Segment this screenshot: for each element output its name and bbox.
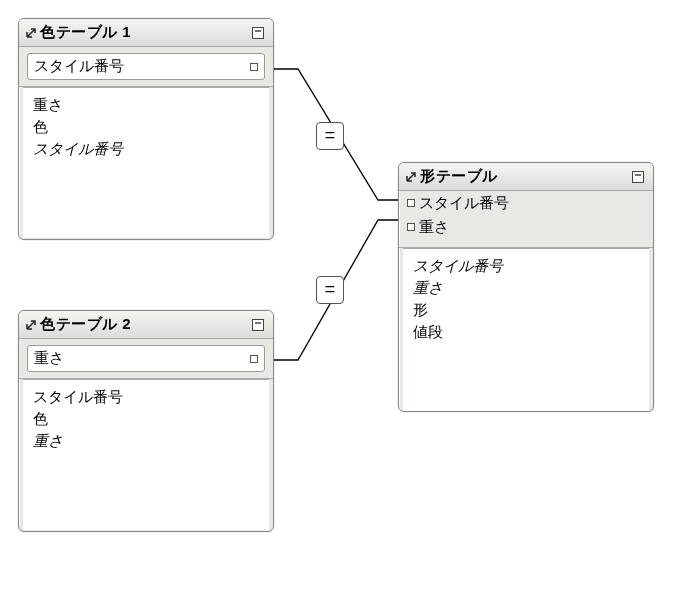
panel-titlebar[interactable]: 色テーブル 1 bbox=[19, 19, 273, 47]
divider bbox=[399, 239, 653, 248]
field-item[interactable]: 重さ bbox=[33, 94, 259, 116]
panel-title: 形テーブル bbox=[420, 167, 498, 186]
relationship-operator-1[interactable]: = bbox=[316, 122, 344, 150]
panel-title: 色テーブル 2 bbox=[40, 315, 131, 334]
field-label: 色 bbox=[33, 118, 48, 135]
operator-label: = bbox=[325, 280, 336, 300]
collapse-icon[interactable] bbox=[251, 26, 265, 40]
field-item[interactable]: スタイル番号 bbox=[33, 138, 259, 160]
field-label: スタイル番号 bbox=[33, 140, 123, 157]
panel-title: 色テーブル 1 bbox=[40, 23, 131, 42]
field-label: スタイル番号 bbox=[33, 388, 123, 405]
collapse-icon[interactable] bbox=[251, 318, 265, 332]
relation-port-icon bbox=[407, 223, 415, 231]
relation-port-icon bbox=[407, 199, 415, 207]
operator-label: = bbox=[325, 126, 336, 146]
field-label: スタイル番号 bbox=[413, 257, 503, 274]
relationship-operator-2[interactable]: = bbox=[316, 276, 344, 304]
target-key-label: 重さ bbox=[419, 217, 449, 237]
field-item[interactable]: スタイル番号 bbox=[33, 386, 259, 408]
field-item[interactable]: 色 bbox=[33, 116, 259, 138]
target-key-label: スタイル番号 bbox=[419, 193, 509, 213]
expand-arrow-icon bbox=[405, 171, 417, 183]
field-label: 重さ bbox=[413, 279, 443, 296]
field-item[interactable]: 重さ bbox=[413, 277, 639, 299]
field-item[interactable]: 重さ bbox=[33, 430, 259, 452]
key-field-section: 重さ bbox=[19, 339, 273, 379]
target-key-row[interactable]: スタイル番号 bbox=[399, 191, 653, 215]
svg-rect-0 bbox=[253, 27, 264, 38]
key-field[interactable]: スタイル番号 bbox=[27, 53, 265, 80]
expand-arrow-icon bbox=[25, 319, 37, 331]
key-field-section: スタイル番号 bbox=[19, 47, 273, 87]
key-field-label: 重さ bbox=[34, 349, 64, 368]
field-item[interactable]: 色 bbox=[33, 408, 259, 430]
table-panel-color-2[interactable]: 色テーブル 2 重さ スタイル番号 色 重さ bbox=[18, 310, 274, 532]
key-field-label: スタイル番号 bbox=[34, 57, 124, 76]
table-panel-shape[interactable]: 形テーブル スタイル番号 重さ スタイル番号 重さ 形 値段 bbox=[398, 162, 654, 412]
panel-titlebar[interactable]: 色テーブル 2 bbox=[19, 311, 273, 339]
relation-port-icon bbox=[250, 63, 258, 71]
field-item[interactable]: スタイル番号 bbox=[413, 255, 639, 277]
panel-titlebar[interactable]: 形テーブル bbox=[399, 163, 653, 191]
field-item[interactable]: 形 bbox=[413, 299, 639, 321]
field-label: 形 bbox=[413, 301, 428, 318]
field-label: 重さ bbox=[33, 96, 63, 113]
collapse-icon[interactable] bbox=[631, 170, 645, 184]
expand-arrow-icon bbox=[25, 27, 37, 39]
table-panel-color-1[interactable]: 色テーブル 1 スタイル番号 重さ 色 スタイル番号 bbox=[18, 18, 274, 240]
field-list: スタイル番号 色 重さ bbox=[23, 379, 269, 530]
field-label: 色 bbox=[33, 410, 48, 427]
svg-rect-2 bbox=[253, 319, 264, 330]
svg-rect-4 bbox=[633, 171, 644, 182]
field-label: 重さ bbox=[33, 432, 63, 449]
target-key-row[interactable]: 重さ bbox=[399, 215, 653, 239]
key-field[interactable]: 重さ bbox=[27, 345, 265, 372]
field-list: スタイル番号 重さ 形 値段 bbox=[403, 248, 649, 411]
field-item[interactable]: 値段 bbox=[413, 321, 639, 343]
relation-port-icon bbox=[250, 355, 258, 363]
field-list: 重さ 色 スタイル番号 bbox=[23, 87, 269, 238]
field-label: 値段 bbox=[413, 323, 443, 340]
